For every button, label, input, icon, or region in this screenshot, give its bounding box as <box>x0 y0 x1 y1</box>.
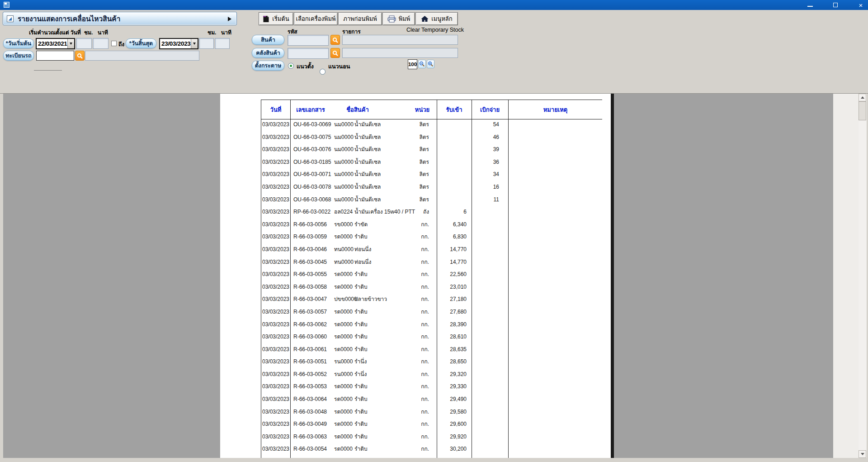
table-cell-date: 03/03/2023 <box>261 356 290 368</box>
main-menu-button[interactable]: เมนูหลัก <box>415 12 458 25</box>
product-search-button[interactable] <box>330 35 340 45</box>
table-cell-received: 28,610 <box>438 331 467 343</box>
vehicle-description-field[interactable] <box>85 51 199 61</box>
vehicle-button[interactable]: ทะเบียนรถ <box>3 51 34 61</box>
clear-temporary-stock-label[interactable]: Clear Temporary Stock <box>406 27 464 33</box>
end-hour-field[interactable] <box>199 38 214 49</box>
table-cell-unit: กก. <box>397 256 429 269</box>
product-code-input[interactable] <box>288 35 329 46</box>
calc-from-label: เริ่มคำนวณตั้งแต่ วันที่ <box>29 28 81 37</box>
table-cell-doc-no: R-66-03-0064 <box>293 393 331 406</box>
table-cell-doc-no: R-66-03-0047 <box>293 293 331 306</box>
table-row: 03/03/2023R-66-03-0062รด0000รำดิบกก.28,3… <box>261 319 602 331</box>
table-cell-doc-no: R-66-03-0062 <box>293 319 331 331</box>
page-shadow <box>611 94 614 458</box>
table-cell-received: 29,490 <box>438 393 467 406</box>
table-cell-doc-no: R-66-03-0060 <box>293 331 331 343</box>
table-cell-date: 03/03/2023 <box>261 343 290 356</box>
table-cell-unit: กก. <box>397 431 429 443</box>
start-button[interactable]: เริ่มต้น <box>259 12 293 25</box>
product-name-field[interactable] <box>342 35 458 45</box>
table-cell-issued <box>472 293 499 306</box>
expand-arrow-icon[interactable] <box>228 17 231 21</box>
paper-setup-button[interactable]: ตั้งกระดาษ <box>252 61 284 71</box>
table-row: 03/03/2023R-66-03-0053รด0000รำดิบกก.29,3… <box>261 381 602 393</box>
table-row: 03/03/2023R-66-03-0052รน0000รำนึ่งกก.29,… <box>261 368 602 381</box>
table-cell-issued <box>472 356 499 368</box>
start-hour-field[interactable] <box>76 38 92 49</box>
table-row: 03/03/2023OU-66-03-0185นม0000น้ำมันดีเซล… <box>261 156 602 169</box>
end-date-dropdown-icon[interactable] <box>191 39 198 48</box>
table-cell-issued: 11 <box>472 194 499 206</box>
start-date-button[interactable]: *วันเริ่มต้น <box>3 38 34 48</box>
table-cell-product-code: รด0000 <box>334 281 356 294</box>
report-preview-area: วันที่ เลขเอกสาร ชื่อสินค้า หน่วย รับเข้… <box>3 94 833 458</box>
table-cell-received <box>438 156 467 169</box>
table-cell-unit: กก. <box>397 306 429 319</box>
warehouse-code-input[interactable] <box>288 48 329 59</box>
warehouse-name-field[interactable] <box>342 48 458 58</box>
table-cell-date: 03/03/2023 <box>261 168 290 181</box>
start-date-value: 22/03/2021 <box>37 39 67 48</box>
warehouse-search-button[interactable] <box>330 48 340 58</box>
paper-zoom-value: 100 <box>408 62 417 67</box>
table-cell-product-code: นม0000 <box>334 156 356 169</box>
scroll-up-icon[interactable] <box>859 94 866 101</box>
table-cell-unit: ลิตร <box>397 156 429 169</box>
zoom-in-button[interactable] <box>427 60 434 68</box>
table-row: 03/03/2023R-66-03-0057รด0000รำดิบกก.27,6… <box>261 306 602 319</box>
table-cell-unit: กก. <box>397 231 429 243</box>
search-icon <box>332 50 338 56</box>
scrollbar-thumb[interactable] <box>859 101 866 120</box>
print-button[interactable]: พิมพ์ <box>382 12 415 25</box>
table-cell-product-code: รด0000 <box>334 393 356 406</box>
table-cell-product-code: นม0000 <box>334 131 356 144</box>
maximize-icon[interactable] <box>833 3 838 7</box>
table-row: 03/03/2023R-66-03-0048รด0000รำดิบกก.29,5… <box>261 406 602 419</box>
table-cell-issued <box>472 406 499 419</box>
vertical-scrollbar[interactable] <box>859 94 866 458</box>
app-icon <box>4 2 9 8</box>
table-cell-date: 03/03/2023 <box>261 393 290 406</box>
scroll-down-icon[interactable] <box>859 450 866 458</box>
table-cell-product-code: ทน0000 <box>334 243 356 256</box>
start-date-dropdown-icon[interactable] <box>67 39 74 48</box>
table-cell-date: 03/03/2023 <box>261 194 290 206</box>
table-cell-doc-no: R-66-03-0055 <box>293 268 331 281</box>
zoom-in-icon <box>428 61 434 67</box>
table-cell-received <box>438 181 467 194</box>
vehicle-search-button[interactable] <box>75 51 85 61</box>
product-button-label: สินค้า <box>261 35 275 44</box>
divider <box>34 70 62 71</box>
table-cell-product-code: รด0000 <box>334 306 356 319</box>
portrait-radio[interactable] <box>288 63 294 69</box>
start-date-combo[interactable]: 22/03/2021 <box>36 38 75 49</box>
table-cell-unit: กก. <box>397 343 429 356</box>
table-row: 03/03/2023OU-66-03-0076นม0000น้ำมันดีเซล… <box>261 143 602 156</box>
table-row: 03/03/2023R-66-03-0056รข0000รำขัดกก.6,34… <box>261 219 602 231</box>
zoom-out-button[interactable] <box>418 60 426 68</box>
start-minute-field[interactable] <box>93 38 108 49</box>
end-date-combo[interactable]: 23/03/2023 <box>159 38 198 49</box>
close-icon[interactable]: × <box>856 0 865 10</box>
hour-label: ชม. <box>84 28 93 37</box>
to-checkbox[interactable] <box>111 41 117 46</box>
table-cell-product-code: รข0000 <box>334 219 356 231</box>
paper-zoom-input[interactable]: 100 <box>408 59 417 69</box>
table-row: 03/03/2023OU-66-03-0068นม0000น้ำมันดีเซล… <box>261 194 602 206</box>
end-date-button[interactable]: *วันสิ้นสุด <box>126 38 156 48</box>
table-cell-issued <box>472 319 499 331</box>
table-cell-issued <box>472 306 499 319</box>
end-minute-field[interactable] <box>215 38 230 49</box>
choose-printer-button[interactable]: เลือกเครื่องพิมพ์ <box>294 12 338 25</box>
table-cell-received: 28,390 <box>438 319 467 331</box>
minimize-icon[interactable] <box>807 6 813 7</box>
product-button[interactable]: สินค้า <box>252 35 284 45</box>
table-cell-received: 22,560 <box>438 268 467 281</box>
table-cell-unit: กก. <box>397 281 429 294</box>
warehouse-button[interactable]: คลังสินค้า <box>252 48 284 58</box>
table-cell-received: 23,010 <box>438 281 467 294</box>
print-preview-button[interactable]: ภาพก่อนพิมพ์ <box>338 12 382 25</box>
landscape-radio[interactable] <box>320 69 326 75</box>
vehicle-input[interactable] <box>36 51 74 61</box>
